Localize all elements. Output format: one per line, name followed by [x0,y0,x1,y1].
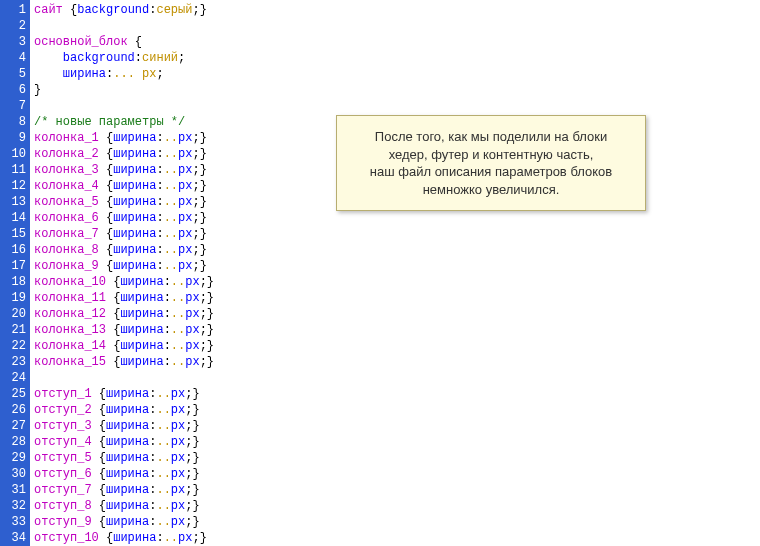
code-token: px [185,355,199,369]
code-token: px [171,435,185,449]
line-number: 5 [6,66,26,82]
code-token: синий [142,51,178,65]
line-number: 15 [6,226,26,242]
code-line[interactable]: отступ_6 {ширина:..px;} [34,466,214,482]
note-line: хедер, футер и контентную часть, [347,146,635,164]
code-token: .. [171,323,185,337]
code-line[interactable]: отступ_10 {ширина:..px;} [34,530,214,546]
code-token: px [171,515,185,529]
code-line[interactable]: колонка_15 {ширина:..px;} [34,354,214,370]
code-token: { [99,515,106,529]
code-token: px [185,307,199,321]
code-line[interactable]: колонка_11 {ширина:..px;} [34,290,214,306]
code-line[interactable]: колонка_5 {ширина:..px;} [34,194,214,210]
code-token: ;} [185,515,199,529]
code-token: px [178,179,192,193]
code-token: ;} [192,531,206,545]
code-token: : [164,339,171,353]
line-number: 11 [6,162,26,178]
code-token: ;} [192,179,206,193]
code-token: ;} [185,451,199,465]
note-line: После того, как мы поделили на блоки [347,128,635,146]
code-line[interactable]: колонка_4 {ширина:..px;} [34,178,214,194]
code-token: .. [156,403,170,417]
code-line[interactable]: сайт {background:серый;} [34,2,214,18]
line-number: 24 [6,370,26,386]
line-number: 10 [6,146,26,162]
line-number: 26 [6,402,26,418]
code-line[interactable] [34,18,214,34]
code-line[interactable]: отступ_4 {ширина:..px;} [34,434,214,450]
code-token: отступ_1 [34,387,99,401]
code-token: .. [156,451,170,465]
code-line[interactable]: основной_блок { [34,34,214,50]
code-line[interactable]: колонка_12 {ширина:..px;} [34,306,214,322]
code-line[interactable]: колонка_13 {ширина:..px;} [34,322,214,338]
line-number: 12 [6,178,26,194]
line-number: 14 [6,210,26,226]
code-token: ;} [192,211,206,225]
code-token: { [99,419,106,433]
code-line[interactable]: колонка_1 {ширина:..px;} [34,130,214,146]
code-area[interactable]: сайт {background:серый;} основной_блок {… [30,0,218,546]
code-token: px [178,227,192,241]
code-token: ширина [113,163,156,177]
line-number: 17 [6,258,26,274]
code-token: : [156,243,163,257]
code-line[interactable] [34,370,214,386]
code-line[interactable] [34,98,214,114]
code-line[interactable]: колонка_7 {ширина:..px;} [34,226,214,242]
code-token: px [171,403,185,417]
code-token: отступ_3 [34,419,99,433]
code-line[interactable]: отступ_9 {ширина:..px;} [34,514,214,530]
code-line[interactable]: отступ_2 {ширина:..px;} [34,402,214,418]
code-line[interactable]: } [34,82,214,98]
code-token: колонка_5 [34,195,106,209]
code-token: : [164,355,171,369]
code-token: колонка_2 [34,147,106,161]
annotation-note: После того, как мы поделили на блоки хед… [336,115,646,211]
code-line[interactable]: колонка_3 {ширина:..px;} [34,162,214,178]
code-token: ;} [200,339,214,353]
code-token: ширина [106,387,149,401]
code-line[interactable]: отступ_3 {ширина:..px;} [34,418,214,434]
code-token: .. [156,515,170,529]
code-line[interactable]: колонка_9 {ширина:..px;} [34,258,214,274]
code-token: колонка_12 [34,307,113,321]
code-token: px [171,467,185,481]
code-token: .. [171,275,185,289]
code-token: ширина [113,195,156,209]
code-line[interactable]: ширина:... px; [34,66,214,82]
code-token: отступ_2 [34,403,99,417]
code-token [34,67,63,81]
code-line[interactable]: отступ_7 {ширина:..px;} [34,482,214,498]
code-line[interactable]: колонка_2 {ширина:..px;} [34,146,214,162]
code-token: : [156,163,163,177]
code-line[interactable]: колонка_8 {ширина:..px;} [34,242,214,258]
code-line[interactable]: колонка_10 {ширина:..px;} [34,274,214,290]
line-number: 22 [6,338,26,354]
line-number: 34 [6,530,26,546]
code-line[interactable]: /* новые параметры */ [34,114,214,130]
code-line[interactable]: отступ_8 {ширина:..px;} [34,498,214,514]
code-token: колонка_13 [34,323,113,337]
code-line[interactable]: колонка_6 {ширина:..px;} [34,210,214,226]
code-token: ширина [106,435,149,449]
code-token: .. [164,211,178,225]
code-token: : [164,291,171,305]
code-line[interactable]: колонка_14 {ширина:..px;} [34,338,214,354]
code-token: : [156,147,163,161]
code-token: колонка_8 [34,243,106,257]
code-line[interactable]: background:синий; [34,50,214,66]
code-token: : [135,51,142,65]
line-number: 25 [6,386,26,402]
code-line[interactable]: отступ_5 {ширина:..px;} [34,450,214,466]
code-line[interactable]: отступ_1 {ширина:..px;} [34,386,214,402]
code-token: : [164,307,171,321]
line-number: 32 [6,498,26,514]
code-token: отступ_9 [34,515,99,529]
code-token: { [99,451,106,465]
code-token: { [99,467,106,481]
code-token: .. [171,307,185,321]
line-number: 13 [6,194,26,210]
